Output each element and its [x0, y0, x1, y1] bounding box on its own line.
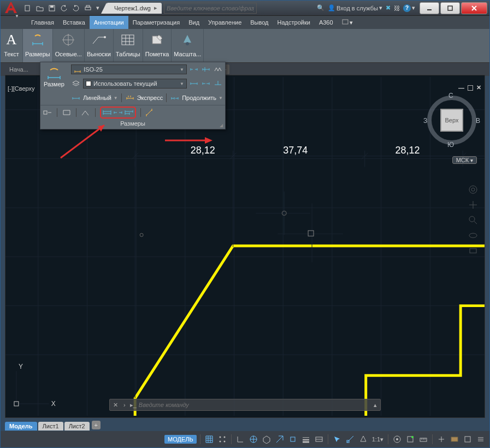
vp-minimize-icon[interactable]: — [458, 85, 464, 91]
ribbon-panel-markup[interactable]: Пометка [143, 29, 172, 62]
continue-dim-label[interactable]: Продолжить [182, 95, 216, 101]
cmdline-history-icon[interactable]: ▴ [370, 402, 380, 409]
nav-wheel-icon[interactable] [468, 185, 478, 194]
status-iso-icon[interactable] [436, 434, 447, 445]
status-hwa-icon[interactable] [449, 434, 460, 445]
qat-redo-icon[interactable] [70, 3, 81, 14]
command-line[interactable]: ✕ › ▸_ ▴ [109, 399, 381, 411]
status-qp-icon[interactable] [332, 434, 343, 445]
status-ws-icon[interactable] [392, 434, 403, 445]
viewcube[interactable]: Верх С В З Ю [424, 93, 479, 148]
status-osnap-icon[interactable] [287, 434, 298, 445]
dim-layer-dropdown[interactable]: Использовать текущий ▼ [83, 79, 187, 89]
menu-annotate[interactable]: Аннотации [90, 16, 128, 29]
cmdline-recent-icon[interactable]: › [121, 402, 128, 408]
menu-output[interactable]: Вывод [246, 16, 273, 29]
dimstyle-dropdown[interactable]: ISO-25 ▼ [71, 64, 187, 74]
nav-showmotion-icon[interactable] [468, 246, 478, 256]
status-grid-icon[interactable] [204, 434, 215, 445]
qat-undo-icon[interactable] [58, 3, 69, 14]
dim-oblique-icon[interactable] [145, 108, 155, 117]
vp-maximize-icon[interactable] [468, 85, 473, 91]
dim-tool-b-icon[interactable] [201, 79, 211, 89]
document-tab[interactable]: Чертеж1.dwg ▸ [107, 3, 162, 14]
menu-a360[interactable]: A360 [315, 16, 338, 29]
status-customize-icon[interactable] [475, 434, 486, 445]
start-tab[interactable]: Нача... [4, 66, 34, 73]
layer-icon[interactable] [71, 79, 81, 89]
window-minimize-button[interactable] [420, 2, 439, 14]
status-sc-icon[interactable] [345, 434, 356, 445]
dim-adjust-icon[interactable] [201, 64, 211, 74]
ribbon-panel-centerlines[interactable]: Осевые... [53, 29, 85, 62]
ribbon-panel-leaders[interactable]: Выноски [85, 29, 114, 62]
express-dim-label[interactable]: Экспресс [137, 95, 163, 101]
exchange-icon[interactable]: ✖ [386, 4, 391, 11]
dimension-tool-button[interactable]: Размер [42, 63, 67, 90]
menu-insert[interactable]: Вставка [58, 16, 90, 29]
viewport-label[interactable]: [-][Сверху [8, 85, 35, 92]
qat-dropdown-icon[interactable]: ▾ [95, 3, 101, 14]
menu-home[interactable]: Главная [27, 16, 58, 29]
nav-orbit-icon[interactable] [468, 231, 478, 240]
status-otrack-icon[interactable] [274, 434, 285, 445]
menu-manage[interactable]: Управление [204, 16, 246, 29]
layout-tab-model[interactable]: Модель [5, 422, 37, 431]
help-dropdown-icon[interactable]: ?▾ [403, 4, 415, 12]
dim-extra-2-icon[interactable] [62, 108, 72, 117]
status-lwt-icon[interactable] [300, 434, 311, 445]
linear-dim-label[interactable]: Линейный [83, 95, 111, 101]
status-polar-icon[interactable] [248, 434, 259, 445]
panel-dialog-launcher-icon[interactable]: ◢ [220, 123, 223, 128]
dim-baseline-icon[interactable] [124, 108, 134, 117]
dim-extra-1-icon[interactable] [43, 108, 52, 117]
dim-break-icon[interactable] [189, 64, 199, 74]
qat-new-icon[interactable] [22, 3, 33, 14]
infocenter-icon[interactable]: 🔍 [317, 4, 324, 11]
layout-add-button[interactable]: + [92, 421, 101, 429]
command-input[interactable] [139, 402, 370, 408]
status-annomon-icon[interactable] [405, 434, 416, 445]
status-scale-button[interactable]: 1:1▾ [371, 434, 385, 445]
menu-parametric[interactable]: Параметризация [128, 16, 184, 29]
menu-view[interactable]: Вид [184, 16, 204, 29]
nav-pan-icon[interactable] [468, 200, 478, 210]
window-close-button[interactable] [461, 2, 487, 14]
ribbon-panel-text[interactable]: A Текст [1, 29, 23, 62]
status-clean-icon[interactable] [462, 434, 473, 445]
menu-addins[interactable]: Надстройки [273, 16, 315, 29]
status-annoscale-icon[interactable] [358, 434, 369, 445]
layout-tab-sheet1[interactable]: Лист1 [38, 422, 63, 431]
dim-space-icon[interactable] [102, 108, 112, 117]
status-snap-icon[interactable] [217, 434, 228, 445]
ribbon-panel-scale[interactable]: Масшта... [172, 29, 204, 62]
window-maximize-button[interactable] [440, 2, 460, 14]
status-units-icon[interactable] [418, 434, 429, 445]
menu-featured[interactable]: ▾ [338, 16, 357, 29]
qat-bar-dropdown-icon[interactable]: ▸ [154, 4, 157, 11]
status-ortho-icon[interactable] [235, 434, 246, 445]
express-dim-icon[interactable] [125, 93, 135, 103]
search-box[interactable] [164, 3, 257, 14]
wcs-badge[interactable]: МСК ▾ [452, 156, 477, 164]
cmdline-close-icon[interactable]: ✕ [110, 402, 121, 409]
qat-print-icon[interactable] [82, 3, 93, 14]
layout-tab-sheet2[interactable]: Лист2 [64, 422, 90, 431]
dim-tool-c-icon[interactable] [213, 79, 223, 89]
search-input[interactable] [164, 3, 256, 13]
ribbon-panel-dimensions[interactable]: Размеры [23, 29, 53, 62]
qat-open-icon[interactable] [34, 3, 45, 14]
app-logo[interactable]: ▼ [2, 0, 20, 17]
ribbon-panel-tables[interactable]: Таблицы [114, 29, 143, 62]
login-button[interactable]: 👤 Вход в службы▾ [328, 4, 382, 11]
dim-jog-icon[interactable] [213, 64, 223, 74]
continue-dim-icon[interactable] [170, 93, 180, 103]
status-isodraft-icon[interactable] [261, 434, 272, 445]
dim-tool-a-icon[interactable] [189, 79, 199, 89]
share-icon[interactable]: ⛓ [394, 5, 400, 11]
qat-save-icon[interactable] [46, 3, 57, 14]
vp-close-icon[interactable]: ✕ [476, 84, 481, 91]
status-tpy-icon[interactable] [314, 434, 324, 445]
linear-dim-icon[interactable] [71, 93, 81, 103]
dim-extra-3-icon[interactable] [81, 108, 91, 117]
